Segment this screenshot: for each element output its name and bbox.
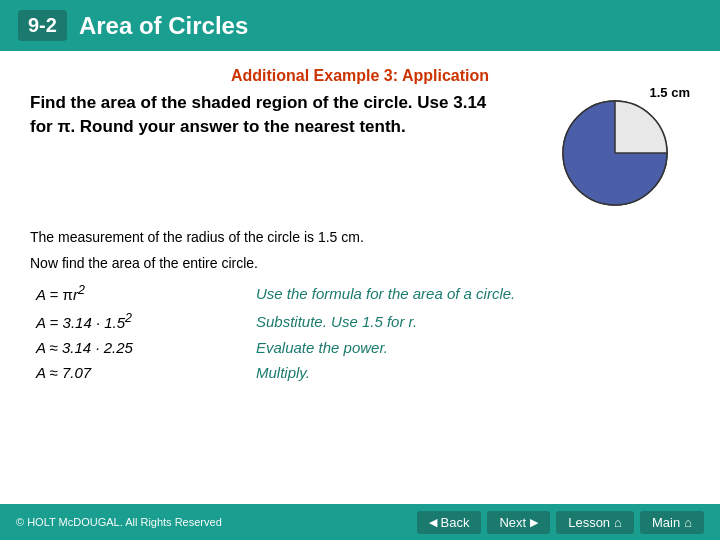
footer: © HOLT McDOUGAL. All Rights Reserved ◀ B…: [0, 504, 720, 540]
step-3-desc: Evaluate the power.: [250, 335, 690, 360]
back-label: Back: [441, 515, 470, 530]
next-label: Next: [499, 515, 526, 530]
radius-label: 1.5 cm: [650, 85, 690, 100]
measurement-text: The measurement of the radius of the cir…: [30, 229, 470, 245]
step-4-desc: Multiply.: [250, 360, 690, 385]
step-row-1: A = πr2 Use the formula for the area of …: [30, 279, 690, 307]
header: 9-2 Area of Circles: [0, 0, 720, 51]
example-title-prefix: Additional Example 3:: [231, 67, 402, 84]
step-row-3: A ≈ 3.14 · 2.25 Evaluate the power.: [30, 335, 690, 360]
lesson-icon: ⌂: [614, 515, 622, 530]
main-label: Main: [652, 515, 680, 530]
back-arrow-icon: ◀: [429, 516, 437, 529]
section-badge: 9-2: [18, 10, 67, 41]
now-find-text: Now find the area of the entire circle.: [30, 255, 690, 271]
step-2-desc: Substitute. Use 1.5 for r.: [250, 307, 690, 335]
problem-row: Find the area of the shaded region of th…: [30, 91, 690, 223]
next-button[interactable]: Next ▶: [487, 511, 550, 534]
footer-nav: ◀ Back Next ▶ Lesson ⌂ Main ⌂: [417, 511, 704, 534]
example-title-highlight: Application: [402, 67, 489, 84]
step-3-expr: A ≈ 3.14 · 2.25: [30, 335, 250, 360]
problem-text: Find the area of the shaded region of th…: [30, 91, 490, 139]
circle-diagram: 1.5 cm: [550, 83, 690, 223]
copyright-text: © HOLT McDOUGAL. All Rights Reserved: [16, 516, 222, 528]
main-button[interactable]: Main ⌂: [640, 511, 704, 534]
main-icon: ⌂: [684, 515, 692, 530]
circle-svg: [550, 83, 680, 213]
step-2-expr: A = 3.14 · 1.52: [30, 307, 250, 335]
step-row-2: A = 3.14 · 1.52 Substitute. Use 1.5 for …: [30, 307, 690, 335]
steps-table: A = πr2 Use the formula for the area of …: [30, 279, 690, 385]
page-title: Area of Circles: [79, 12, 248, 40]
step-1-expr: A = πr2: [30, 279, 250, 307]
step-4-expr: A ≈ 7.07: [30, 360, 250, 385]
back-button[interactable]: ◀ Back: [417, 511, 482, 534]
lesson-button[interactable]: Lesson ⌂: [556, 511, 634, 534]
step-row-4: A ≈ 7.07 Multiply.: [30, 360, 690, 385]
lesson-label: Lesson: [568, 515, 610, 530]
step-1-desc: Use the formula for the area of a circle…: [250, 279, 690, 307]
main-content: Additional Example 3: Application Find t…: [0, 51, 720, 395]
next-arrow-icon: ▶: [530, 516, 538, 529]
